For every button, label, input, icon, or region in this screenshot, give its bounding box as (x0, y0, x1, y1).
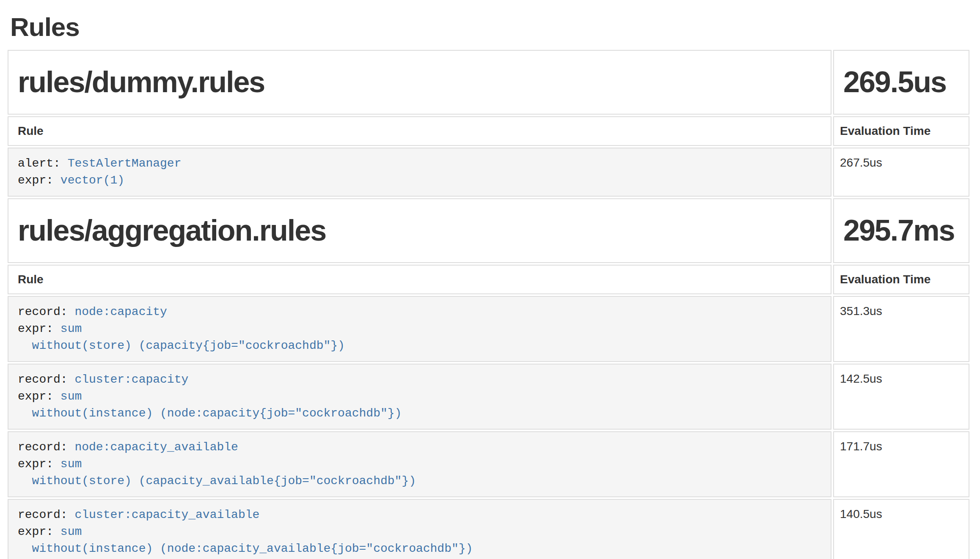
rule-eval-time: 140.5us (833, 499, 969, 559)
eval-time-column-header: Evaluation Time (833, 116, 969, 146)
rule-expression-link[interactable]: without(store) (capacity{job="cockroachd… (18, 339, 345, 352)
rule-field-label: expr: (18, 174, 61, 187)
rule-eval-time: 142.5us (833, 364, 969, 430)
rule-group-total-time-cell: 269.5us (833, 50, 969, 115)
rule-expression-link[interactable]: cluster:capacity_available (74, 508, 259, 521)
rule-field-label: record: (18, 441, 74, 454)
rule-expression-link[interactable]: vector(1) (61, 174, 124, 187)
rule-row: record: cluster:capacity_available expr:… (8, 499, 969, 559)
rule-expression-link[interactable]: sum (61, 458, 82, 471)
rule-expression-link[interactable]: TestAlertManager (68, 157, 182, 170)
rule-expression-link[interactable]: node:capacity_available (74, 441, 238, 454)
rule-expression-link[interactable]: without(instance) (node:capacity_availab… (18, 542, 473, 555)
rule-group-file-cell: rules/dummy.rules (8, 50, 831, 115)
rule-definition-code: record: cluster:capacity expr: sum witho… (18, 371, 824, 422)
rule-group-file-heading: rules/aggregation.rules (18, 214, 824, 247)
rule-expression-link[interactable]: node:capacity (74, 305, 167, 318)
rule-definition-cell: record: cluster:capacity_available expr:… (8, 499, 831, 559)
rule-expression-link[interactable]: sum (61, 525, 82, 538)
rule-eval-time: 351.3us (833, 296, 969, 362)
rule-group-file-heading: rules/dummy.rules (18, 66, 824, 99)
rule-definition-cell: record: node:capacity expr: sum without(… (8, 296, 831, 362)
rule-group-header-row: rules/aggregation.rules295.7ms (8, 198, 969, 263)
rule-expression-link[interactable]: without(store) (capacity_available{job="… (18, 474, 416, 488)
rule-definition-code: record: node:capacity_available expr: su… (18, 439, 824, 490)
rule-group-total-eval-time: 295.7ms (843, 214, 962, 247)
rule-column-header: Rule (8, 265, 831, 294)
rule-group-total-time-cell: 295.7ms (833, 198, 969, 263)
rule-group-file-cell: rules/aggregation.rules (8, 198, 831, 263)
rule-row: record: node:capacity_available expr: su… (8, 431, 969, 497)
rule-eval-time: 171.7us (833, 431, 969, 497)
rule-row: record: cluster:capacity expr: sum witho… (8, 364, 969, 430)
page-title: Rules (10, 13, 980, 41)
rule-definition-code: record: cluster:capacity_available expr:… (18, 507, 824, 557)
rule-expression-link[interactable]: without(instance) (node:capacity{job="co… (18, 407, 402, 420)
rule-row: record: node:capacity expr: sum without(… (8, 296, 969, 362)
rule-field-label: expr: (18, 525, 61, 538)
column-header-row: RuleEvaluation Time (8, 116, 969, 146)
rule-expression-link[interactable]: cluster:capacity (74, 373, 188, 386)
rule-expression-link[interactable]: sum (61, 322, 82, 335)
rule-eval-time: 267.5us (833, 148, 969, 197)
rule-column-header: Rule (8, 116, 831, 146)
rule-field-label: expr: (18, 390, 61, 403)
rules-table: rules/dummy.rules269.5usRuleEvaluation T… (6, 48, 971, 559)
rule-field-label: record: (18, 305, 74, 318)
eval-time-column-header: Evaluation Time (833, 265, 969, 294)
rule-expression-link[interactable]: sum (61, 390, 82, 403)
rule-field-label: expr: (18, 458, 61, 471)
rule-definition-cell: record: cluster:capacity expr: sum witho… (8, 364, 831, 430)
rule-field-label: expr: (18, 322, 61, 335)
rule-group-header-row: rules/dummy.rules269.5us (8, 50, 969, 115)
rule-definition-cell: record: node:capacity_available expr: su… (8, 431, 831, 497)
rule-row: alert: TestAlertManager expr: vector(1)2… (8, 148, 969, 197)
rule-definition-code: alert: TestAlertManager expr: vector(1) (18, 155, 824, 189)
rule-field-label: record: (18, 508, 74, 521)
column-header-row: RuleEvaluation Time (8, 265, 969, 294)
rule-group-total-eval-time: 269.5us (843, 66, 962, 99)
rule-definition-cell: alert: TestAlertManager expr: vector(1) (8, 148, 831, 197)
rule-field-label: record: (18, 373, 74, 386)
rule-field-label: alert: (18, 157, 68, 170)
rule-definition-code: record: node:capacity expr: sum without(… (18, 304, 824, 354)
